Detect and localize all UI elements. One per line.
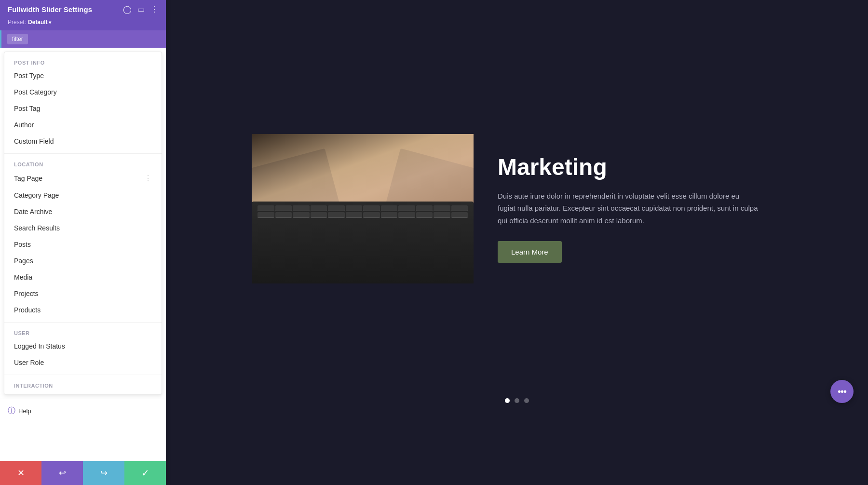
sidebar-top-bar: filter: [0, 30, 166, 48]
key: [346, 212, 363, 218]
slide-image: [252, 134, 474, 283]
undo-icon: ↩: [59, 468, 66, 478]
menu-item-category-page[interactable]: Category Page: [4, 187, 162, 203]
key: [346, 205, 363, 211]
menu-section-interaction: Interaction: [4, 375, 162, 394]
settings-icon[interactable]: ◯: [123, 5, 132, 14]
laptop-keyboard: [252, 202, 474, 284]
menu-item-pages[interactable]: Pages: [4, 253, 162, 269]
key: [363, 205, 380, 211]
key: [381, 205, 398, 211]
slider-dot-2[interactable]: [515, 398, 519, 403]
menu-item-search-results[interactable]: Search Results: [4, 220, 162, 236]
action-bar: ✕ ↩ ↪ ✓: [0, 461, 166, 485]
preset-bar: Preset: Default ▾: [0, 18, 166, 30]
slider-container: Marketing Duis aute irure dolor in repre…: [166, 0, 868, 418]
help-text: Help: [18, 407, 31, 415]
save-icon: ✓: [141, 467, 149, 479]
menu-item-post-tag[interactable]: Post Tag: [4, 100, 162, 117]
slider-dot-3[interactable]: [524, 398, 529, 403]
redo-button[interactable]: ↪: [83, 461, 124, 485]
save-button[interactable]: ✓: [124, 461, 166, 485]
menu-item-label: Post Type: [14, 72, 44, 80]
key: [275, 212, 292, 218]
header-icons: ◯ ▭ ⋮: [123, 5, 158, 14]
help-bar: ⓘ Help: [0, 399, 166, 423]
section-title-user: User: [4, 326, 162, 338]
slide-content: Marketing Duis aute irure dolor in repre…: [474, 135, 782, 282]
menu-item-label: Date Archive: [14, 208, 52, 216]
key: [434, 205, 450, 211]
section-title-post-info: Post Info: [4, 56, 162, 67]
slider-dots: [505, 398, 529, 403]
key: [328, 212, 345, 218]
dropdown-menu: Post Info Post Type Post Category Post T…: [4, 52, 162, 395]
sidebar-title: Fullwidth Slider Settings: [8, 5, 92, 13]
menu-item-author[interactable]: Author: [4, 117, 162, 133]
key: [381, 212, 398, 218]
section-title-location: Location: [4, 158, 162, 169]
fab-dots-icon: •••: [838, 386, 846, 397]
menu-item-user-role[interactable]: User Role: [4, 354, 162, 371]
key: [311, 212, 327, 218]
key: [258, 205, 274, 211]
undo-button[interactable]: ↩: [41, 461, 83, 485]
preset-label: Preset:: [8, 19, 26, 26]
menu-item-label: Category Page: [14, 191, 59, 199]
key: [416, 205, 433, 211]
key: [398, 205, 415, 211]
menu-item-custom-field[interactable]: Custom Field: [4, 133, 162, 149]
key: [328, 205, 345, 211]
menu-item-date-archive[interactable]: Date Archive: [4, 203, 162, 220]
menu-item-post-type[interactable]: Post Type: [4, 67, 162, 84]
key: [311, 205, 327, 211]
learn-more-button[interactable]: Learn More: [498, 241, 562, 263]
slide: Marketing Duis aute irure dolor in repre…: [252, 134, 782, 283]
keyboard-keys: [252, 202, 474, 222]
sidebar: Fullwidth Slider Settings ◯ ▭ ⋮ Preset: …: [0, 0, 166, 485]
menu-item-projects[interactable]: Projects: [4, 285, 162, 302]
more-icon[interactable]: ⋮: [150, 5, 158, 14]
key: [258, 212, 274, 218]
preset-dropdown[interactable]: Default ▾: [28, 19, 51, 26]
main-content: Marketing Duis aute irure dolor in repre…: [166, 0, 868, 485]
menu-item-label: Products: [14, 306, 41, 314]
bottom-area: [166, 418, 868, 485]
sidebar-header: Fullwidth Slider Settings ◯ ▭ ⋮: [0, 0, 166, 18]
help-icon: ⓘ: [8, 406, 15, 416]
slide-title: Marketing: [498, 155, 758, 180]
filter-button[interactable]: filter: [7, 34, 28, 44]
menu-item-tag-page[interactable]: Tag Page ⋮: [4, 169, 162, 187]
menu-item-label: Custom Field: [14, 137, 54, 145]
key: [398, 212, 415, 218]
menu-item-label: Author: [14, 121, 34, 129]
laptop-visual: [252, 134, 474, 283]
fab-button[interactable]: •••: [830, 380, 854, 403]
cancel-button[interactable]: ✕: [0, 461, 41, 485]
menu-section-user: User Logged In Status User Role: [4, 322, 162, 375]
redo-icon: ↪: [100, 468, 108, 478]
menu-section-location: Location Tag Page ⋮ Category Page Date A…: [4, 153, 162, 322]
key: [293, 205, 310, 211]
slider-dot-1[interactable]: [505, 398, 510, 403]
menu-item-logged-in-status[interactable]: Logged In Status: [4, 338, 162, 354]
section-title-interaction: Interaction: [4, 379, 162, 391]
key: [416, 212, 433, 218]
key: [363, 212, 380, 218]
menu-item-products[interactable]: Products: [4, 302, 162, 318]
menu-item-label: Post Tag: [14, 105, 40, 112]
menu-item-media[interactable]: Media: [4, 269, 162, 285]
key: [434, 212, 450, 218]
menu-item-dots-icon: ⋮: [144, 174, 152, 183]
menu-item-label: Media: [14, 273, 32, 281]
layout-icon[interactable]: ▭: [137, 5, 145, 14]
key: [293, 212, 310, 218]
menu-item-label: User Role: [14, 359, 44, 366]
sidebar-content: Post Info Post Type Post Category Post T…: [0, 48, 166, 485]
menu-item-label: Search Results: [14, 224, 60, 232]
menu-section-post-info: Post Info Post Type Post Category Post T…: [4, 52, 162, 153]
slide-description: Duis aute irure dolor in reprehenderit i…: [498, 190, 758, 227]
menu-item-posts[interactable]: Posts: [4, 236, 162, 253]
preset-value: Default: [28, 19, 48, 26]
menu-item-post-category[interactable]: Post Category: [4, 84, 162, 100]
